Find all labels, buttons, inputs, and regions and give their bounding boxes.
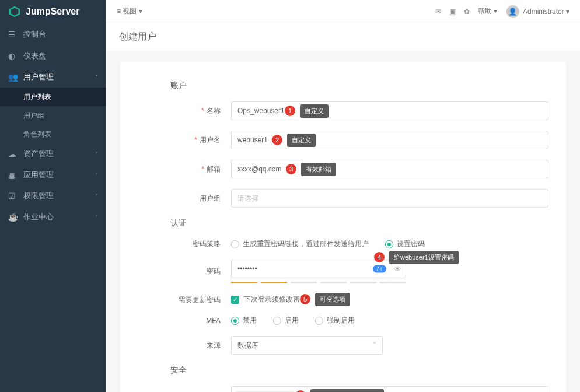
annotation-badge-5: 5 (300, 294, 310, 304)
sidebar-item-label: 用户管理 (23, 72, 54, 82)
radio-gen-link[interactable]: 生成重置密码链接，通过邮件发送给用户 (231, 239, 369, 249)
sidebar-console[interactable]: ☰ 控制台 (0, 23, 106, 46)
sidebar-item-users[interactable]: 👥 用户管理 ˄ (0, 66, 106, 88)
gear-icon[interactable]: ✿ (464, 8, 470, 16)
sidebar-sub-label: 用户列表 (23, 92, 51, 102)
view-switcher[interactable]: ≡ 视图 ▾ (117, 6, 142, 16)
label-email: 邮箱 (207, 165, 221, 173)
checkbox-icon: ✓ (231, 296, 239, 304)
sidebar-sub-userlist[interactable]: 用户列表 (0, 88, 106, 106)
annotation-badge-3: 3 (286, 164, 296, 174)
sidebar-item-label: 作业中心 (23, 212, 54, 222)
radio-mfa-disable[interactable]: 禁用 (231, 316, 257, 326)
chevron-up-icon: ˄ (95, 74, 98, 80)
annotation-tip-6: 选择角色列表中的名称 (310, 389, 384, 392)
label-need-update: 需要更新密码 (179, 296, 221, 304)
label-source: 来源 (207, 341, 221, 349)
logo-icon (8, 5, 21, 18)
admin-label: Administrator ▾ (523, 8, 569, 16)
chevron-down-icon: ˅ (95, 172, 98, 178)
sidebar-item-dashboard[interactable]: ◐ 仪表盘 (0, 46, 106, 66)
check-icon: ☑ (8, 191, 18, 201)
chevron-down-icon: ˅ (95, 214, 98, 220)
row-usergroup: 用户组 (138, 189, 548, 208)
section-auth: 认证 (170, 218, 548, 229)
system-role-select[interactable]: OpsGroupsRole × (231, 386, 548, 392)
admin-menu[interactable]: 👤 Administrator ▾ (506, 5, 569, 18)
sidebar-item-label: 仪表盘 (23, 51, 46, 61)
sidebar-item-label: 权限管理 (23, 191, 54, 201)
annotation-tip-2: 自定义 (287, 134, 316, 147)
annotation-badge-4: 4 (374, 252, 385, 262)
form-card: 账户 *名称 1 自定义 *用户名 2 自定义 *邮箱 (120, 62, 566, 392)
sidebar-item-jobs[interactable]: ☕ 作业中心 ˅ (0, 206, 106, 228)
row-system-role: *系统角色 OpsGroupsRole × 6 选择角色列表中的名称 (138, 386, 548, 392)
label-name: 名称 (207, 107, 221, 115)
sidebar-item-label: 应用管理 (23, 170, 54, 180)
label-username: 用户名 (200, 136, 221, 144)
source-select[interactable]: 数据库 ˅ (231, 336, 383, 355)
mail-icon[interactable]: ✉ (435, 8, 441, 16)
sidebar-item-apps[interactable]: ▦ 应用管理 ˅ (0, 164, 106, 186)
terminal-icon[interactable]: ▣ (449, 8, 456, 16)
password-strength-bar (231, 282, 406, 284)
row-name: *名称 1 自定义 (138, 102, 548, 120)
sidebar-sub-rolelist[interactable]: 角色列表 (0, 125, 106, 144)
form-scroll[interactable]: 账户 *名称 1 自定义 *用户名 2 自定义 *邮箱 (106, 51, 580, 392)
password-strength-badge: 7+ (373, 265, 386, 273)
annotation-tip-4: 给webuser1设置密码 (389, 251, 459, 264)
radio-mfa-force[interactable]: 强制启用 (315, 316, 355, 326)
help-menu[interactable]: 帮助 ▾ (478, 6, 497, 16)
label-password: 密码 (207, 267, 221, 275)
sidebar-console-label: 控制台 (23, 29, 46, 40)
section-account: 账户 (170, 80, 548, 91)
sidebar-sub-label: 角色列表 (23, 130, 51, 139)
avatar-icon: 👤 (506, 5, 519, 18)
logo-text: JumpServer (26, 6, 80, 17)
sidebar-item-label: 资产管理 (23, 149, 54, 159)
annotation-badge-1: 1 (285, 106, 295, 116)
annotation-tip-3: 有效邮箱 (301, 163, 336, 176)
row-email: *邮箱 3 有效邮箱 (138, 160, 548, 178)
logo: JumpServer (0, 0, 106, 23)
annotation-tip-5: 可变选项 (315, 293, 350, 306)
row-password: 密码 7+ 👁 (138, 260, 548, 284)
need-update-checkbox[interactable]: ✓ 下次登录须修改密码 (231, 295, 548, 304)
chevron-down-icon: ˅ (95, 193, 98, 200)
row-username: *用户名 2 自定义 (138, 131, 548, 149)
radio-mfa-enable[interactable]: 启用 (273, 316, 299, 326)
usergroup-select[interactable] (231, 189, 548, 208)
sidebar-sub-label: 用户组 (23, 111, 44, 121)
label-mfa: MFA (206, 317, 221, 325)
row-need-update: 需要更新密码 ✓ 下次登录须修改密码 5 可变选项 (138, 294, 548, 305)
section-security: 安全 (170, 365, 548, 376)
annotation-badge-2: 2 (272, 135, 282, 145)
bars-icon: ☰ (8, 30, 18, 39)
content: ≡ 视图 ▾ ✉ ▣ ✿ 帮助 ▾ 👤 Administrator ▾ 创建用户… (106, 0, 580, 392)
label-usergroup: 用户组 (200, 194, 221, 202)
sidebar: JumpServer ☰ 控制台 ◐ 仪表盘 👥 用户管理 ˄ 用户列表 用户组… (0, 0, 106, 392)
chevron-down-icon: ˅ (95, 151, 98, 158)
row-mfa: MFA 禁用 启用 强制启用 (138, 316, 548, 326)
cloud-icon: ☁ (8, 149, 18, 159)
annotation-tip-1: 自定义 (300, 104, 329, 118)
eye-icon[interactable]: 👁 (394, 265, 401, 274)
sidebar-item-assets[interactable]: ☁ 资产管理 ˅ (0, 144, 106, 164)
radio-set-pwd[interactable]: 设置密码 (385, 239, 425, 249)
dashboard-icon: ◐ (8, 51, 18, 61)
page-title: 创建用户 (106, 23, 580, 51)
sidebar-item-perms[interactable]: ☑ 权限管理 ˅ (0, 186, 106, 206)
jobs-icon: ☕ (8, 212, 18, 222)
users-icon: 👥 (8, 72, 18, 82)
sidebar-sub-usergroup[interactable]: 用户组 (0, 106, 106, 125)
chevron-down-icon: ˅ (373, 341, 376, 349)
name-input[interactable] (231, 102, 548, 120)
grid-icon: ▦ (8, 170, 18, 180)
topbar: ≡ 视图 ▾ ✉ ▣ ✿ 帮助 ▾ 👤 Administrator ▾ (106, 0, 580, 23)
email-input[interactable] (231, 160, 548, 178)
row-pwd-policy: 密码策略 生成重置密码链接，通过邮件发送给用户 设置密码 4 给webuser1… (138, 239, 548, 249)
row-source: 来源 数据库 ˅ (138, 336, 548, 355)
label-pwd-policy: 密码策略 (193, 240, 221, 248)
